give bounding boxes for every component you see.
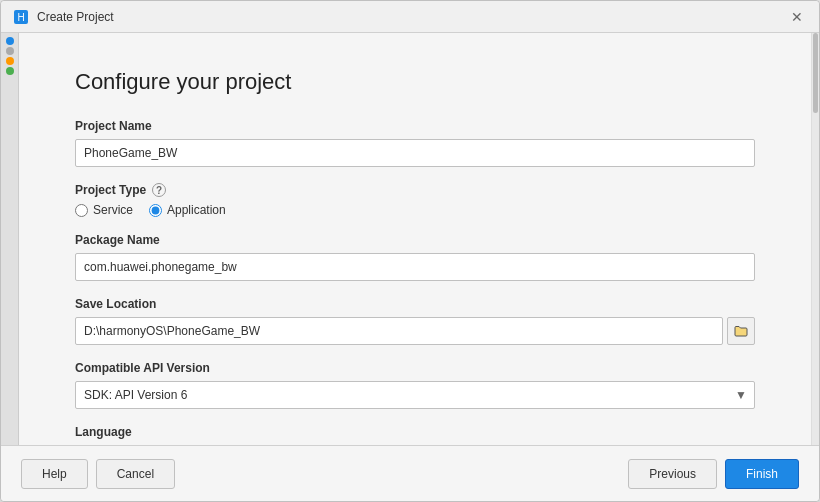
sidebar-indicator-3 <box>6 57 14 65</box>
radio-application-label: Application <box>167 203 226 217</box>
left-sidebar <box>1 33 19 445</box>
main-panel: Configure your project Project Name Proj… <box>19 33 811 445</box>
previous-button[interactable]: Previous <box>628 459 717 489</box>
browse-folder-button[interactable] <box>727 317 755 345</box>
project-type-radio-group: Service Application <box>75 203 755 217</box>
create-project-dialog: H Create Project ✕ Configure your projec… <box>0 0 820 502</box>
close-button[interactable]: ✕ <box>787 10 807 24</box>
content-area: Configure your project Project Name Proj… <box>1 33 819 445</box>
save-location-group: Save Location <box>75 297 755 345</box>
api-version-select-wrapper: SDK: API Version 6 ▼ <box>75 381 755 409</box>
project-type-group: Project Type ? Service Application <box>75 183 755 217</box>
project-name-input[interactable] <box>75 139 755 167</box>
sidebar-indicator-4 <box>6 67 14 75</box>
project-name-label: Project Name <box>75 119 755 133</box>
save-location-input[interactable] <box>75 317 723 345</box>
package-name-input[interactable] <box>75 253 755 281</box>
footer-right: Previous Finish <box>628 459 799 489</box>
radio-service[interactable]: Service <box>75 203 133 217</box>
cancel-button[interactable]: Cancel <box>96 459 175 489</box>
svg-text:H: H <box>17 12 24 23</box>
package-name-group: Package Name <box>75 233 755 281</box>
radio-service-label: Service <box>93 203 133 217</box>
radio-application[interactable]: Application <box>149 203 226 217</box>
radio-service-input[interactable] <box>75 204 88 217</box>
save-location-label: Save Location <box>75 297 755 311</box>
sidebar-indicator-1 <box>6 37 14 45</box>
scrollbar-thumb[interactable] <box>813 33 818 113</box>
footer-bar: Help Cancel Previous Finish <box>1 445 819 501</box>
title-bar: H Create Project ✕ <box>1 1 819 33</box>
app-icon: H <box>13 9 29 25</box>
sidebar-indicator-2 <box>6 47 14 55</box>
project-type-help-icon[interactable]: ? <box>152 183 166 197</box>
scrollbar-track[interactable] <box>811 33 819 445</box>
form-area: Configure your project Project Name Proj… <box>19 33 811 445</box>
project-type-label: Project Type ? <box>75 183 755 197</box>
title-bar-left: H Create Project <box>13 9 114 25</box>
project-name-group: Project Name <box>75 119 755 167</box>
language-group: Language Js Java <box>75 425 755 445</box>
help-button[interactable]: Help <box>21 459 88 489</box>
api-version-label: Compatible API Version <box>75 361 755 375</box>
save-location-row <box>75 317 755 345</box>
form-heading: Configure your project <box>75 69 755 95</box>
api-version-select[interactable]: SDK: API Version 6 <box>75 381 755 409</box>
api-version-group: Compatible API Version SDK: API Version … <box>75 361 755 409</box>
package-name-label: Package Name <box>75 233 755 247</box>
footer-left: Help Cancel <box>21 459 175 489</box>
dialog-title: Create Project <box>37 10 114 24</box>
finish-button[interactable]: Finish <box>725 459 799 489</box>
language-label: Language <box>75 425 755 439</box>
radio-application-input[interactable] <box>149 204 162 217</box>
